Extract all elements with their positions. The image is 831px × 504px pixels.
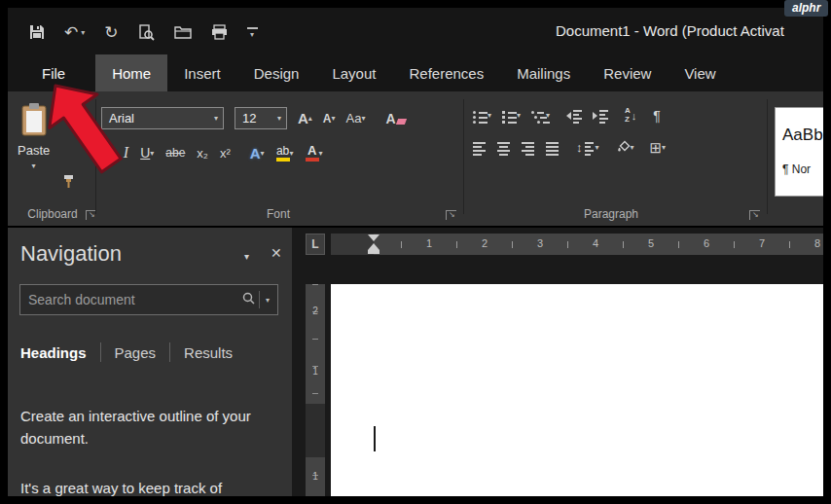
paragraph-group-label: Paragraph <box>584 207 638 221</box>
paste-button[interactable]: Paste ▾ <box>18 103 50 170</box>
quick-print-icon[interactable] <box>211 24 228 40</box>
paragraph-dialog-launcher-icon[interactable]: ↘ <box>749 210 760 220</box>
tab-view[interactable]: View <box>668 54 732 91</box>
align-left-icon <box>473 141 486 154</box>
print-preview-icon[interactable] <box>138 24 155 41</box>
nav-tab-pages[interactable]: Pages <box>115 344 157 361</box>
justify-button[interactable] <box>546 141 559 154</box>
redo-icon[interactable]: ↻ <box>104 22 118 43</box>
paragraph-row-2: ↕▾ ▾ ⊞▾ <box>473 139 761 157</box>
ruler-ticks <box>401 241 819 248</box>
search-box: ▾ <box>19 284 278 315</box>
horizontal-ruler[interactable]: 1 2 3 4 5 6 7 8 <box>331 234 823 255</box>
navigation-tabs: Headings Pages Results <box>20 342 233 362</box>
tab-references[interactable]: References <box>392 54 500 91</box>
highlight-button[interactable]: ab▾ <box>276 145 294 162</box>
underline-button[interactable]: U▾ <box>140 145 154 161</box>
save-icon[interactable] <box>29 24 45 40</box>
tab-mailings[interactable]: Mailings <box>500 54 587 91</box>
document-page[interactable] <box>331 284 823 496</box>
style-preview-text: AaBb <box>782 126 823 145</box>
group-separator <box>463 99 464 214</box>
shrink-font-button[interactable]: A▾ <box>323 112 336 126</box>
font-color-bar <box>306 158 319 162</box>
watermark-badge: alphr <box>784 0 828 17</box>
font-color-button[interactable]: A▾ <box>306 144 323 162</box>
search-input[interactable] <box>20 292 242 307</box>
show-marks-button[interactable]: ¶ <box>653 108 661 124</box>
left-indent-marker[interactable] <box>368 250 379 254</box>
tab-layout[interactable]: Layout <box>315 54 392 91</box>
style-normal-card[interactable]: AaBb ¶ Nor <box>775 107 823 197</box>
ribbon-tab-row: File Home Insert Design Layout Reference… <box>8 54 823 91</box>
group-separator <box>95 99 96 214</box>
paste-dropdown-icon[interactable]: ▾ <box>32 162 36 170</box>
numbering-icon <box>502 109 517 123</box>
tab-stop-selector[interactable]: L <box>306 234 325 255</box>
grow-font-button[interactable]: A▴ <box>298 110 312 126</box>
bullets-icon <box>473 109 488 123</box>
font-group-label: Font <box>267 207 290 221</box>
search-dropdown-icon[interactable]: ▾ <box>266 296 277 305</box>
tab-separator <box>100 342 101 362</box>
open-folder-icon[interactable] <box>174 25 192 39</box>
paste-clipboard-icon <box>21 103 47 139</box>
chevron-down-icon[interactable]: ▾ <box>272 114 286 123</box>
navigation-options-icon[interactable]: ▾ <box>244 251 249 262</box>
line-spacing-button[interactable]: ↕▾ <box>576 140 599 155</box>
customize-qat-bar <box>247 27 258 29</box>
change-case-button[interactable]: Aa▾ <box>346 111 366 126</box>
search-icon[interactable] <box>242 291 255 308</box>
customize-qat-button[interactable]: ▾ <box>247 26 258 39</box>
tab-separator <box>169 342 170 362</box>
font-dialog-launcher-icon[interactable]: ↘ <box>446 210 456 220</box>
tab-review[interactable]: Review <box>587 54 668 91</box>
chevron-down-icon[interactable]: ▾ <box>209 114 223 123</box>
close-icon[interactable]: ✕ <box>271 245 282 261</box>
borders-grid-icon: ⊞ <box>650 139 663 157</box>
ribbon: Paste ▾ Clipboard ↘ Arial ▾ 12 ▾ A▴ A▾ A… <box>8 91 823 226</box>
nav-tab-headings[interactable]: Headings <box>20 344 87 361</box>
quick-access-toolbar: ↶▾ ↻ ▾ <box>29 16 258 49</box>
format-painter-icon[interactable] <box>62 175 75 193</box>
undo-button[interactable]: ↶▾ <box>64 22 85 43</box>
decrease-indent-button[interactable] <box>566 109 582 122</box>
shading-button[interactable]: ▾ <box>617 139 634 157</box>
align-center-button[interactable] <box>497 141 510 154</box>
font-row-1: Arial ▾ 12 ▾ A▴ A▾ Aa▾ A <box>101 107 459 129</box>
numbering-button[interactable]: ▾ <box>502 109 521 123</box>
tab-home[interactable]: Home <box>95 54 167 91</box>
paint-bucket-icon <box>617 139 631 157</box>
increase-indent-button[interactable] <box>593 109 608 122</box>
vertical-ruler[interactable]: 2 1 1 <box>306 284 325 496</box>
undo-dropdown-icon[interactable]: ▾ <box>81 28 85 37</box>
multilevel-list-button[interactable]: ▾ <box>531 109 550 123</box>
tab-file[interactable]: File <box>25 54 82 91</box>
hanging-indent-marker[interactable] <box>368 243 379 250</box>
sort-button[interactable]: AZ↓ <box>625 107 636 125</box>
strikethrough-button[interactable]: abe <box>165 146 185 160</box>
clear-formatting-button[interactable]: A <box>385 111 405 126</box>
nav-description-2: It's a great way to keep track of <box>20 477 271 496</box>
paste-label: Paste <box>18 143 50 158</box>
text-effects-button[interactable]: A▾ <box>250 145 265 162</box>
align-left-button[interactable] <box>473 141 486 154</box>
align-right-icon <box>522 141 534 154</box>
subscript-button[interactable]: x₂ <box>197 146 208 161</box>
navigation-title: Navigation <box>20 241 122 267</box>
tab-design[interactable]: Design <box>237 54 316 91</box>
bold-button[interactable]: B <box>101 145 112 162</box>
font-row-2: B I U▾ abe x₂ x² A▾ ab▾ A▾ <box>101 144 459 162</box>
nav-tab-results[interactable]: Results <box>184 344 233 361</box>
bullets-button[interactable]: ▾ <box>473 109 491 123</box>
font-name-combo[interactable]: Arial ▾ <box>101 107 224 129</box>
tab-insert[interactable]: Insert <box>167 54 237 91</box>
align-right-button[interactable] <box>522 141 534 154</box>
italic-button[interactable]: I <box>124 144 128 162</box>
group-separator <box>767 99 768 214</box>
borders-button[interactable]: ⊞▾ <box>650 139 667 157</box>
superscript-button[interactable]: x² <box>220 146 231 161</box>
font-size-combo[interactable]: 12 ▾ <box>235 107 287 129</box>
nav-description-1: Create an interactive outline of your do… <box>20 405 271 450</box>
first-line-indent-marker[interactable] <box>368 234 379 241</box>
